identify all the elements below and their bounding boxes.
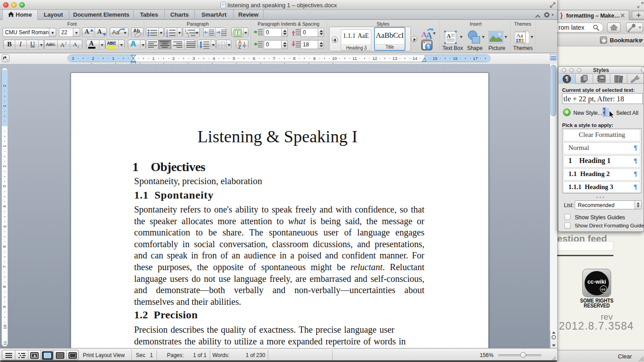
svg-text:1: 1 (3, 145, 7, 147)
svg-text:3: 3 (72, 56, 74, 61)
svg-text:4: 4 (3, 205, 7, 208)
svg-text:15: 15 (433, 56, 438, 61)
svg-text:1: 1 (152, 56, 154, 61)
svg-text:9: 9 (313, 56, 315, 61)
svg-text:3: 3 (3, 185, 7, 187)
svg-text:11: 11 (352, 56, 357, 61)
svg-text:8: 8 (3, 285, 7, 288)
svg-text:13: 13 (392, 56, 397, 61)
svg-text:A: A (426, 31, 432, 40)
svg-text:12: 12 (372, 56, 377, 61)
svg-text:5: 5 (3, 225, 7, 227)
svg-text:2: 2 (3, 165, 7, 167)
svg-text:16: 16 (453, 56, 458, 61)
svg-text:1: 1 (3, 105, 7, 107)
svg-text:i: i (188, 34, 189, 37)
svg-text:10: 10 (3, 325, 7, 329)
svg-text:9: 9 (3, 306, 7, 308)
svg-text:2: 2 (3, 85, 7, 87)
svg-text:6: 6 (253, 56, 255, 61)
svg-text:6: 6 (3, 245, 7, 248)
svg-text:7: 7 (3, 266, 7, 268)
svg-text:14: 14 (413, 56, 418, 61)
svg-text:7: 7 (273, 56, 275, 61)
svg-text:5: 5 (233, 56, 235, 61)
svg-text:3: 3 (166, 34, 168, 37)
svg-text:17: 17 (473, 56, 478, 61)
svg-text:8: 8 (293, 56, 295, 61)
svg-text:1: 1 (112, 56, 114, 61)
svg-text:11: 11 (3, 341, 7, 345)
svg-text:2: 2 (172, 56, 175, 61)
svg-text:3: 3 (193, 56, 195, 61)
svg-text:Aa: Aa (516, 32, 523, 39)
svg-text:10: 10 (332, 56, 337, 61)
svg-text:2: 2 (92, 56, 94, 61)
svg-text:4: 4 (212, 56, 215, 61)
svg-text:A: A (446, 32, 451, 39)
